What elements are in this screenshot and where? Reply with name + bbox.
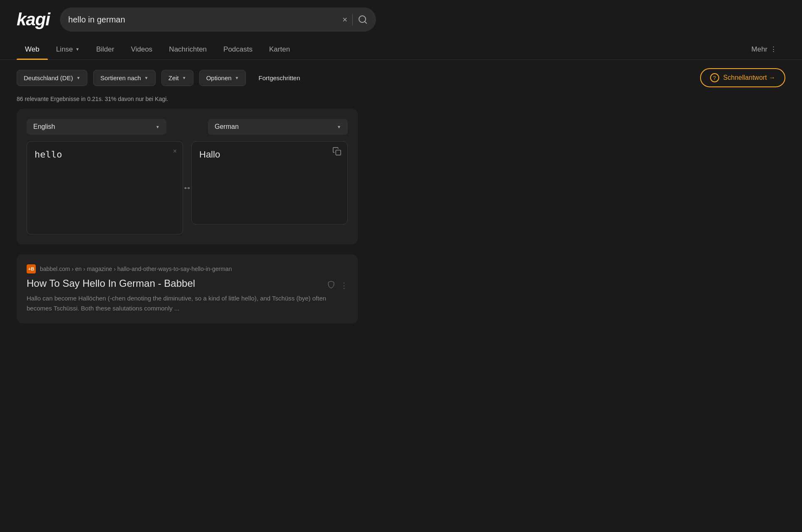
results-count: 86 relevante Ergebnisse in 0.21s. 31% da… <box>0 96 802 109</box>
tab-videos[interactable]: Videos <box>123 39 161 59</box>
sort-chevron-icon: ▼ <box>144 76 149 80</box>
logo: kagi <box>17 10 50 30</box>
quick-answer-button[interactable]: ? Schnellantwort → <box>700 68 785 87</box>
tab-podcasts[interactable]: Podcasts <box>215 39 261 59</box>
search-result: +B babbel.com › en › magazine › hallo-an… <box>17 254 358 323</box>
translator-copy-button[interactable] <box>332 147 342 158</box>
translator-output-text: Hallo <box>199 149 340 160</box>
tab-karten[interactable]: Karten <box>261 39 298 59</box>
translator-clear-button[interactable]: × <box>173 148 177 155</box>
options-filter-button[interactable]: Optionen ▼ <box>199 70 246 86</box>
tab-linse[interactable]: Linse ▼ <box>48 39 88 59</box>
clear-search-button[interactable]: × <box>342 15 347 25</box>
header: kagi × <box>0 0 802 39</box>
options-chevron-icon: ▼ <box>235 76 239 80</box>
search-bar: × <box>60 7 376 32</box>
translator-swap-button[interactable]: ↔ <box>183 182 192 193</box>
region-filter-button[interactable]: Deutschland (DE) ▼ <box>17 70 87 86</box>
translator-langs: English ▼ German ▼ <box>27 119 348 135</box>
nav-tabs: Web Linse ▼ Bilder Videos Nachrichten Po… <box>0 39 802 60</box>
result-favicon: +B <box>27 264 36 273</box>
shield-button[interactable] <box>327 281 335 291</box>
source-lang-select[interactable]: English ▼ <box>27 119 166 135</box>
source-lang-chevron-icon: ▼ <box>156 125 160 129</box>
result-url: babbel.com › en › magazine › hallo-and-o… <box>40 266 232 272</box>
sort-filter-button[interactable]: Sortieren nach ▼ <box>93 70 155 86</box>
translator-input-box: × <box>27 141 183 234</box>
time-filter-button[interactable]: Zeit ▼ <box>161 70 193 86</box>
tab-nachrichten[interactable]: Nachrichten <box>161 39 215 59</box>
svg-line-1 <box>365 22 366 23</box>
main-content: English ▼ German ▼ × ↔ Hallo <box>0 109 374 323</box>
result-title-row: How To Say Hello In German - Babbel ⋮ <box>27 278 348 293</box>
search-input[interactable] <box>68 15 337 25</box>
tab-web[interactable]: Web <box>17 39 48 59</box>
filters-bar: Deutschland (DE) ▼ Sortieren nach ▼ Zeit… <box>0 60 802 96</box>
more-options-button[interactable]: ⋮ <box>340 281 348 290</box>
target-lang-chevron-icon: ▼ <box>337 125 341 129</box>
linse-chevron-icon: ▼ <box>75 47 79 52</box>
target-lang-select[interactable]: German ▼ <box>208 119 348 135</box>
translator-boxes: × ↔ Hallo <box>27 141 348 234</box>
translator-output-box: Hallo <box>191 141 348 224</box>
svg-rect-2 <box>336 150 341 155</box>
tab-bilder[interactable]: Bilder <box>88 39 122 59</box>
tab-mehr[interactable]: Mehr ⋮ <box>743 39 785 59</box>
mehr-dots-icon: ⋮ <box>770 45 777 54</box>
result-snippet: Hallo can become Hallöchen (-chen denoti… <box>27 293 348 313</box>
translator-widget: English ▼ German ▼ × ↔ Hallo <box>17 109 358 244</box>
quick-answer-icon: ? <box>710 73 719 82</box>
advanced-button[interactable]: Fortgeschritten <box>252 70 307 86</box>
search-divider <box>352 14 353 25</box>
result-actions: ⋮ <box>327 281 348 291</box>
time-chevron-icon: ▼ <box>182 76 186 80</box>
translator-source-textarea[interactable] <box>35 149 175 207</box>
search-submit-button[interactable] <box>358 15 368 25</box>
result-url-line: +B babbel.com › en › magazine › hallo-an… <box>27 264 348 273</box>
region-chevron-icon: ▼ <box>76 76 80 80</box>
result-title-link[interactable]: How To Say Hello In German - Babbel <box>27 278 195 289</box>
